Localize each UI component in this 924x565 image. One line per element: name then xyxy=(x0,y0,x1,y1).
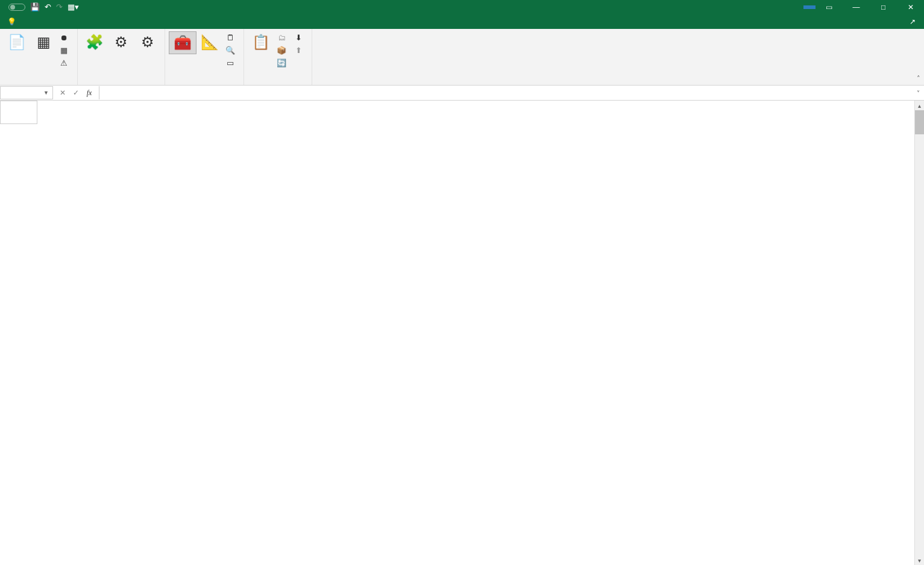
xml-source-button[interactable]: 📋 xyxy=(248,31,274,53)
visual-basic-icon: 📄 xyxy=(7,33,27,52)
expand-icon: 📦 xyxy=(277,45,286,55)
source-icon: 📋 xyxy=(251,33,271,52)
name-box-dropdown-icon[interactable]: ▼ xyxy=(43,90,49,96)
import-icon: ⬇ xyxy=(294,33,303,42)
vertical-scrollbar[interactable]: ▴ ▾ xyxy=(914,101,924,565)
ribbon-display-icon[interactable]: ▭ xyxy=(816,0,843,14)
design-mode-button[interactable]: 📐 xyxy=(196,31,223,53)
map-properties-button[interactable]: 🗂 xyxy=(274,31,291,43)
excel-addins-button[interactable]: ⚙ xyxy=(108,31,134,53)
macros-icon: ▦ xyxy=(34,33,53,52)
autosave-switch-icon xyxy=(8,4,25,11)
record-macro-button[interactable]: ⏺ xyxy=(57,31,74,43)
title-bar: 💾 ↶ ↷ ▦▾ ▭ — □ ✕ xyxy=(0,0,924,14)
design-icon: 📐 xyxy=(200,33,219,52)
excel-addin-icon: ⚙ xyxy=(112,33,131,52)
expansion-packs-button[interactable]: 📦 xyxy=(274,44,291,56)
addins-button[interactable]: 🧩 xyxy=(81,31,108,53)
formula-bar: ▼ ✕ ✓ fx ˅ xyxy=(0,86,924,101)
name-box[interactable]: ▼ xyxy=(0,86,53,99)
accept-formula-icon[interactable]: ✓ xyxy=(70,87,82,98)
scroll-thumb[interactable] xyxy=(915,110,924,134)
macros-button[interactable]: ▦ xyxy=(30,31,57,53)
minimize-button[interactable]: — xyxy=(843,0,870,14)
expand-formula-bar-icon[interactable]: ˅ xyxy=(912,90,924,96)
record-icon: ⏺ xyxy=(59,33,69,42)
autosave-toggle[interactable] xyxy=(6,4,25,11)
com-addin-icon: ⚙ xyxy=(138,33,157,52)
addin-icon: 🧩 xyxy=(85,33,104,52)
close-button[interactable]: ✕ xyxy=(897,0,924,14)
view-code-button[interactable]: 🔍 xyxy=(223,44,240,56)
save-icon[interactable]: 💾 xyxy=(30,2,40,11)
scroll-down-icon[interactable]: ▾ xyxy=(915,555,924,565)
com-addins-button[interactable]: ⚙ xyxy=(134,31,161,53)
properties-icon: 🗒 xyxy=(225,33,235,42)
insert-controls-button[interactable]: 🧰 xyxy=(169,31,196,54)
code-icon: 🔍 xyxy=(225,45,235,55)
scroll-up-icon[interactable]: ▴ xyxy=(915,101,924,110)
embedded-chart[interactable] xyxy=(0,101,37,124)
tell-me-search[interactable]: 💡 xyxy=(2,14,24,29)
worksheet-grid[interactable]: ▴ ▾ xyxy=(0,101,924,565)
ribbon-tabs: 💡 ↗ xyxy=(0,14,924,29)
visual-basic-button[interactable]: 📄 xyxy=(4,31,30,53)
shield-icon: ⚠ xyxy=(59,58,69,67)
login-button[interactable] xyxy=(803,5,816,9)
collapse-ribbon-icon[interactable]: ˄ xyxy=(917,75,920,83)
refresh-data-button[interactable]: 🔄 xyxy=(274,57,291,69)
cancel-formula-icon[interactable]: ✕ xyxy=(57,87,69,98)
macro-security-button[interactable]: ⚠ xyxy=(57,57,74,69)
dialog-icon: ▭ xyxy=(225,58,235,67)
chart-title xyxy=(1,101,37,113)
qat-customize-icon[interactable]: ▦▾ xyxy=(68,2,79,11)
export-icon: ⬆ xyxy=(294,45,303,55)
share-icon: ↗ xyxy=(910,17,916,26)
share-button[interactable]: ↗ xyxy=(904,14,924,29)
fx-icon[interactable]: fx xyxy=(83,87,95,98)
export-button[interactable]: ⬆ xyxy=(291,44,308,56)
ribbon: 📄 ▦ ⏺ ▦ ⚠ 🧩 ⚙ ⚙ xyxy=(0,29,924,86)
properties-button[interactable]: 🗒 xyxy=(223,31,240,43)
import-button[interactable]: ⬇ xyxy=(291,31,308,43)
formula-input[interactable] xyxy=(99,86,912,99)
lightbulb-icon: 💡 xyxy=(7,17,16,26)
run-dialog-button[interactable]: ▭ xyxy=(223,57,240,69)
relref-icon: ▦ xyxy=(59,45,69,55)
relative-ref-button[interactable]: ▦ xyxy=(57,44,74,56)
undo-icon[interactable]: ↶ xyxy=(45,2,51,11)
insert-control-icon: 🧰 xyxy=(173,33,192,52)
maximize-button[interactable]: □ xyxy=(870,0,897,14)
refresh-icon: 🔄 xyxy=(277,58,286,67)
redo-icon[interactable]: ↷ xyxy=(56,2,63,11)
map-icon: 🗂 xyxy=(277,33,286,42)
